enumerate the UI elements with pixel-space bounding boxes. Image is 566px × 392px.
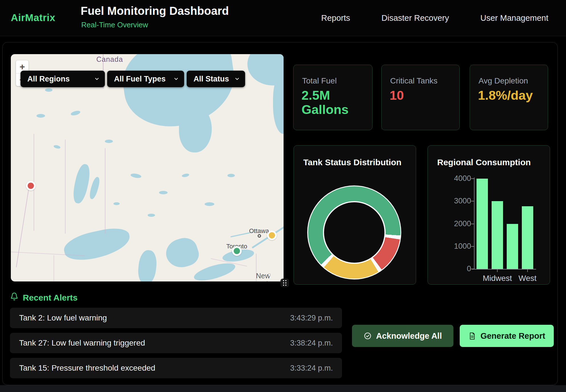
status-filter-value: All Status [194, 75, 229, 83]
dashboard-screen: AirMatrix Fuel Monitoring Dashboard Real… [0, 0, 566, 392]
stat-value: 2.5M Gallons [302, 88, 364, 117]
alert-row[interactable]: Tank 27: Low fuel warning triggered 3:38… [10, 333, 342, 353]
nav-item-disaster-recovery[interactable]: Disaster Recovery [382, 13, 449, 23]
y-tick-mark [471, 178, 474, 179]
chevron-down-icon [234, 76, 240, 82]
nav-item-user-management[interactable]: User Management [480, 13, 548, 23]
acknowledge-all-label: Acknowledge All [376, 331, 442, 341]
generate-report-button[interactable]: Generate Report [460, 325, 554, 347]
x-axis-line [472, 269, 536, 270]
stat-label: Avg Depletion [479, 76, 528, 85]
map-country-label: Canada [96, 55, 123, 64]
stat-card-critical-tanks: Critical Tanks 10 [381, 65, 460, 130]
alert-row[interactable]: Tank 2: Low fuel warning 3:43:29 p.m. [10, 308, 342, 328]
bar [507, 224, 518, 269]
bell-icon [10, 292, 18, 301]
alert-message: Tank 27: Low fuel warning triggered [19, 338, 145, 348]
y-tick-label: 2000 [440, 219, 471, 228]
region-filter-value: All Regions [27, 75, 70, 83]
document-icon [468, 332, 476, 340]
y-tick-label: 4000 [440, 174, 471, 183]
stat-card-avg-depletion: Avg Depletion 1.8%/day [470, 65, 548, 130]
y-tick-mark [471, 246, 474, 247]
alert-message: Tank 2: Low fuel warning [19, 313, 107, 322]
donut-hole [323, 201, 386, 264]
page-title: Fuel Monitoring Dashboard [81, 5, 229, 17]
map-drag-handle-icon[interactable] [280, 279, 289, 287]
status-filter-dropdown[interactable]: All Status [187, 71, 245, 87]
tank-marker-normal[interactable] [232, 246, 242, 256]
recent-alerts-title: Recent Alerts [23, 293, 78, 303]
chevron-down-icon [94, 76, 100, 82]
ottawa-town-dot [258, 234, 261, 238]
x-tick-mark [497, 270, 498, 272]
nav-item-reports[interactable]: Reports [321, 13, 350, 23]
chart-title: Tank Status Distribution [303, 158, 401, 167]
acknowledge-all-button[interactable]: Acknowledge All [352, 325, 453, 347]
fuel-type-filter-value: All Fuel Types [114, 75, 166, 83]
bar [522, 206, 533, 269]
donut-chart [307, 185, 401, 279]
check-circle-icon [364, 332, 372, 340]
tank-marker-warning[interactable] [267, 230, 277, 240]
bar-chart: 01000200030004000MidwestWest [428, 146, 550, 284]
bar [477, 179, 488, 269]
x-tick-mark [527, 270, 528, 272]
y-tick-label: 3000 [440, 197, 471, 205]
tank-status-distribution-card: Tank Status Distribution [294, 145, 416, 285]
stat-value: 10 [390, 88, 452, 103]
chevron-down-icon [173, 76, 179, 82]
regional-consumption-card: Regional Consumption 01000200030004000Mi… [427, 145, 550, 285]
y-tick-mark [471, 224, 474, 224]
y-tick-mark [471, 269, 474, 269]
map-city-label-ottawa: Ottawa [249, 227, 269, 235]
region-filter-dropdown[interactable]: All Regions [21, 71, 105, 87]
alert-message: Tank 15: Pressure threshold exceeded [19, 364, 155, 373]
newyork-town-dot [268, 274, 270, 276]
map-city-label-newyork: New York [256, 272, 284, 281]
y-tick-label: 0 [440, 264, 471, 273]
alert-time: 3:33:24 p.m. [290, 364, 333, 373]
brand-logo: AirMatrix [11, 12, 55, 23]
x-tick-label: West [505, 274, 550, 283]
alert-row[interactable]: Tank 15: Pressure threshold exceeded 3:3… [10, 358, 342, 378]
stat-value: 1.8%/day [478, 88, 540, 103]
alert-time: 3:38:24 p.m. [290, 339, 333, 348]
stat-label: Total Fuel [302, 76, 337, 85]
y-tick-mark [471, 201, 474, 201]
y-axis-line [474, 177, 475, 270]
stat-label: Critical Tanks [390, 76, 437, 85]
fuel-map[interactable]: Canada Ottawa Toronto New York + − All R… [11, 54, 284, 281]
bottom-bar [0, 385, 566, 392]
page-subtitle: Real-Time Overview [81, 21, 148, 29]
bar [492, 201, 503, 269]
generate-report-label: Generate Report [481, 331, 545, 341]
tank-marker-critical[interactable] [26, 181, 36, 191]
y-tick-label: 1000 [440, 242, 471, 251]
header-bar: AirMatrix Fuel Monitoring Dashboard Real… [0, 0, 566, 36]
top-nav: Reports Disaster Recovery User Managemen… [321, 0, 548, 36]
alert-time: 3:43:29 p.m. [290, 314, 333, 322]
stat-card-total-fuel: Total Fuel 2.5M Gallons [293, 65, 372, 130]
fuel-type-filter-dropdown[interactable]: All Fuel Types [107, 71, 184, 87]
